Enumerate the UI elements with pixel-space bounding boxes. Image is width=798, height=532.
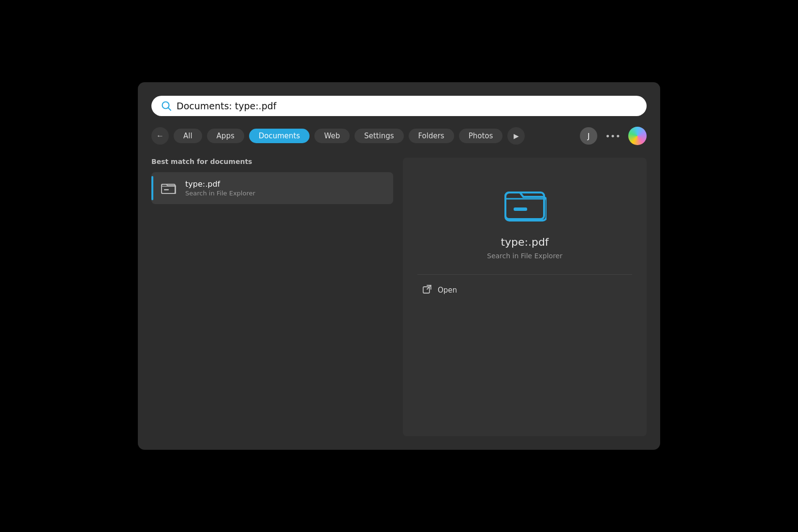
svg-rect-3	[164, 189, 169, 191]
open-action[interactable]: Open	[417, 284, 632, 296]
content-area: Best match for documents type:.pdf Searc…	[151, 158, 647, 436]
result-name: type:.pdf	[185, 179, 255, 189]
filter-chip-settings[interactable]: Settings	[355, 129, 404, 143]
search-icon	[161, 101, 172, 111]
back-button[interactable]: ←	[151, 127, 169, 145]
filter-bar: ← All Apps Documents Web Settings Folder…	[151, 127, 647, 145]
play-icon: ▶	[514, 132, 519, 140]
left-panel: Best match for documents type:.pdf Searc…	[151, 158, 403, 436]
result-accent-bar	[151, 176, 153, 200]
right-subtitle: Search in File Explorer	[487, 252, 562, 260]
more-filters-button[interactable]: ▶	[507, 127, 525, 145]
user-initial-badge[interactable]: J	[580, 127, 597, 145]
filter-chip-photos[interactable]: Photos	[459, 129, 503, 143]
more-options-button[interactable]: •••	[602, 129, 623, 143]
divider	[417, 274, 632, 275]
right-title: type:.pdf	[501, 236, 548, 248]
filter-chip-apps[interactable]: Apps	[207, 129, 244, 143]
search-input[interactable]	[177, 101, 637, 111]
filter-chip-all[interactable]: All	[174, 129, 202, 143]
filter-chip-documents[interactable]: Documents	[249, 129, 310, 143]
open-external-icon	[422, 284, 432, 296]
user-avatar[interactable]	[628, 127, 647, 145]
result-subtitle: Search in File Explorer	[185, 190, 255, 197]
open-label: Open	[438, 286, 457, 295]
filter-chip-web[interactable]: Web	[314, 129, 350, 143]
search-panel: ← All Apps Documents Web Settings Folder…	[138, 82, 660, 450]
result-folder-icon	[159, 179, 177, 197]
right-folder-icon	[503, 182, 547, 225]
filter-chip-folders[interactable]: Folders	[409, 129, 454, 143]
svg-rect-5	[514, 207, 527, 211]
result-text: type:.pdf Search in File Explorer	[185, 179, 255, 197]
right-panel: type:.pdf Search in File Explorer Open	[403, 158, 647, 436]
svg-line-1	[168, 108, 171, 111]
search-bar	[151, 96, 647, 116]
result-item[interactable]: type:.pdf Search in File Explorer	[151, 172, 393, 204]
section-title: Best match for documents	[151, 158, 393, 165]
